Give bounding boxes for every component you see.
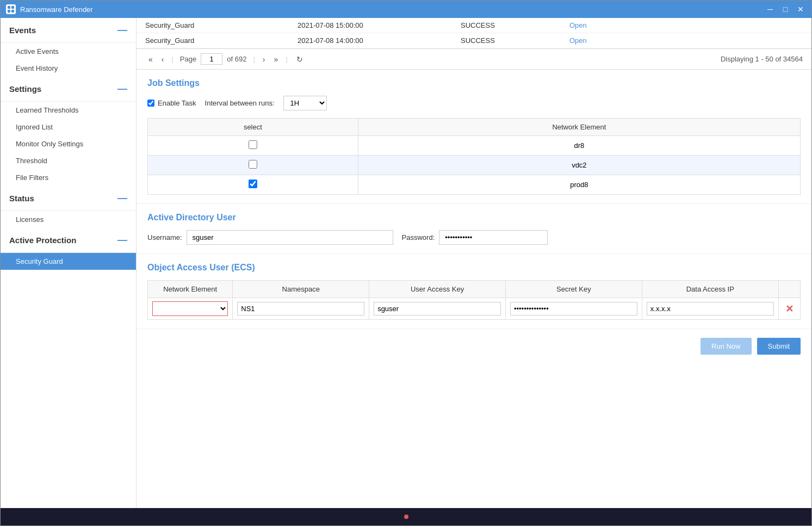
- cell-link-1[interactable]: Open: [569, 21, 651, 29]
- submit-button[interactable]: Submit: [757, 338, 801, 355]
- refresh-icon[interactable]: ↻: [296, 55, 303, 64]
- status-collapse-icon: —: [117, 193, 127, 204]
- svg-rect-0: [8, 6, 10, 9]
- ne-cell-check-2: [148, 175, 358, 195]
- ne-table-header-element: Network Element: [358, 119, 800, 136]
- username-input[interactable]: [187, 230, 393, 245]
- sidebar-item-licenses[interactable]: Licenses: [1, 211, 136, 228]
- ne-table-row: dr8: [148, 136, 801, 156]
- active-protection-collapse-icon: —: [117, 234, 127, 246]
- active-directory-title: Active Directory User: [147, 213, 801, 222]
- table-row: Security_Guard 2021-07-08 15:00:00 SUCCE…: [137, 18, 811, 33]
- app-window: Ransomware Defender ─ □ ✕ Events — Activ…: [0, 0, 812, 526]
- sidebar-section-active-protection-label: Active Protection: [9, 236, 76, 245]
- ne-checkbox-2[interactable]: [249, 180, 257, 188]
- ecs-cell-ne: [148, 298, 233, 320]
- last-page-button[interactable]: »: [270, 54, 281, 65]
- interval-select[interactable]: 1H 2H 4H 8H 12H 24H: [283, 96, 327, 110]
- password-input[interactable]: [439, 230, 548, 245]
- enable-task-label: Enable Task: [158, 99, 196, 107]
- sidebar-item-file-filters[interactable]: File Filters: [1, 169, 136, 186]
- ne-cell-check-0: [148, 136, 358, 156]
- ecs-section: Object Access User (ECS) Network Element…: [137, 254, 811, 329]
- sidebar-section-settings-label: Settings: [9, 84, 41, 94]
- sidebar-item-event-history[interactable]: Event History: [1, 60, 136, 77]
- ecs-ne-select[interactable]: [152, 301, 228, 316]
- sidebar-section-status-label: Status: [9, 194, 34, 203]
- displaying-text: Displaying 1 - 50 of 34564: [721, 55, 803, 63]
- ne-cell-element-0: dr8: [358, 136, 800, 156]
- run-now-button[interactable]: Run Now: [701, 338, 751, 355]
- sidebar-section-active-protection[interactable]: Active Protection —: [1, 228, 136, 253]
- sidebar-item-threshold[interactable]: Threshold: [1, 152, 136, 169]
- cell-link-2[interactable]: Open: [569, 36, 651, 45]
- app-title: Ransomware Defender: [20, 5, 765, 14]
- sidebar-item-learned-thresholds[interactable]: Learned Thresholds: [1, 102, 136, 119]
- events-collapse-icon: —: [117, 24, 127, 36]
- pagination-bar: « ‹ | Page of 692 | › » | ↻ Displaying 1…: [137, 49, 811, 70]
- username-group: Username:: [147, 230, 393, 245]
- enable-task-checkbox[interactable]: [147, 100, 154, 107]
- svg-rect-1: [11, 6, 14, 9]
- sidebar-item-security-guard[interactable]: Security Guard: [1, 253, 136, 270]
- ne-checkbox-0[interactable]: [249, 140, 257, 149]
- job-settings-section: Job Settings Enable Task Interval betwee…: [137, 70, 811, 204]
- settings-collapse-icon: —: [117, 83, 127, 95]
- ne-checkbox-1[interactable]: [249, 160, 257, 169]
- ecs-namespace-input[interactable]: [237, 302, 364, 315]
- content-area: Security_Guard 2021-07-08 15:00:00 SUCCE…: [137, 18, 811, 508]
- ecs-title: Object Access User (ECS): [147, 263, 801, 273]
- taskbar-indicator: [404, 515, 408, 519]
- footer-buttons: Run Now Submit: [137, 329, 811, 363]
- pagination-separator: |: [171, 55, 173, 63]
- maximize-button[interactable]: □: [780, 4, 791, 15]
- table-row: Security_Guard 2021-07-08 14:00:00 SUCCE…: [137, 33, 811, 48]
- ecs-header-uak: User Access Key: [369, 281, 506, 298]
- pagination-separator-2: |: [253, 55, 255, 63]
- ecs-header-action: [778, 281, 800, 298]
- sidebar-section-events[interactable]: Events —: [1, 18, 136, 43]
- ecs-user-access-key-input[interactable]: [374, 302, 501, 315]
- ecs-header-ne: Network Element: [148, 281, 233, 298]
- pagination-separator-3: |: [286, 55, 287, 63]
- minimize-button[interactable]: ─: [765, 4, 776, 15]
- ecs-table-row: ✕: [148, 298, 801, 320]
- job-settings-title: Job Settings: [147, 78, 801, 88]
- ecs-header-sk: Secret Key: [505, 281, 642, 298]
- ne-table-row: prod8: [148, 175, 801, 195]
- next-page-button[interactable]: ›: [259, 54, 269, 65]
- ecs-cell-uak: [369, 298, 506, 320]
- ecs-header-ns: Namespace: [233, 281, 369, 298]
- ne-cell-check-1: [148, 156, 358, 175]
- username-label: Username:: [147, 233, 182, 242]
- cell-date-1: 2021-07-08 15:00:00: [297, 21, 461, 29]
- taskbar: [1, 508, 811, 525]
- ecs-table: Network Element Namespace User Access Ke…: [147, 280, 801, 320]
- ne-cell-element-2: prod8: [358, 175, 800, 195]
- main-layout: Events — Active Events Event History Set…: [1, 18, 811, 508]
- page-input[interactable]: [201, 53, 222, 65]
- network-element-table: select Network Element dr8vdc2prod8: [147, 118, 801, 195]
- enable-task-checkbox-label[interactable]: Enable Task: [147, 99, 196, 107]
- total-pages: of 692: [227, 55, 246, 63]
- first-page-button[interactable]: «: [145, 54, 156, 65]
- ecs-header-daip: Data Access IP: [642, 281, 778, 298]
- sidebar-section-events-label: Events: [9, 26, 36, 35]
- ecs-data-access-ip-input[interactable]: [647, 302, 774, 315]
- ecs-delete-button[interactable]: ✕: [785, 303, 794, 315]
- cell-date-2: 2021-07-08 14:00:00: [297, 36, 461, 45]
- title-bar: Ransomware Defender ─ □ ✕: [1, 1, 811, 18]
- app-icon: [6, 4, 16, 14]
- ecs-cell-ns: [233, 298, 369, 320]
- prev-page-button[interactable]: ‹: [158, 54, 168, 65]
- top-table-rows: Security_Guard 2021-07-08 15:00:00 SUCCE…: [137, 18, 811, 49]
- sidebar-item-monitor-only-settings[interactable]: Monitor Only Settings: [1, 135, 136, 152]
- ecs-cell-daip: [642, 298, 778, 320]
- sidebar-item-active-events[interactable]: Active Events: [1, 43, 136, 60]
- sidebar-section-status[interactable]: Status —: [1, 186, 136, 211]
- window-controls: ─ □ ✕: [765, 4, 806, 15]
- ecs-secret-key-input[interactable]: [510, 302, 637, 315]
- sidebar-section-settings[interactable]: Settings —: [1, 77, 136, 102]
- sidebar-item-ignored-list[interactable]: Ignored List: [1, 119, 136, 135]
- close-button[interactable]: ✕: [795, 4, 806, 15]
